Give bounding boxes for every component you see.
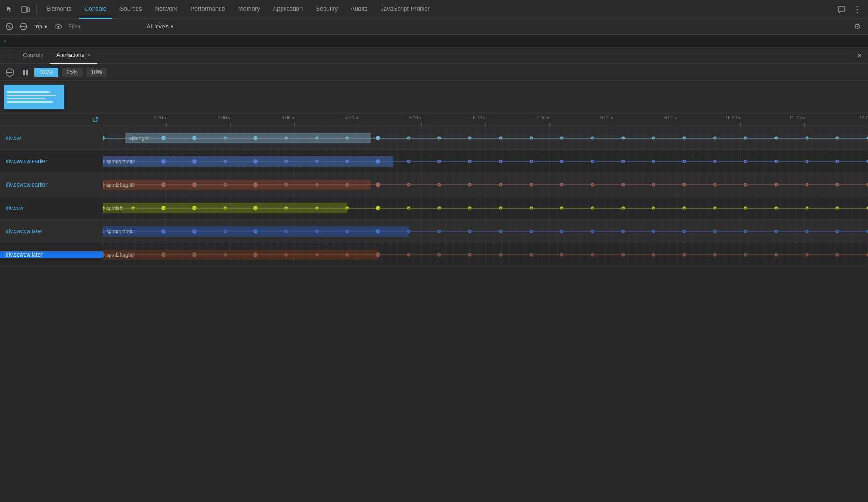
- keyframe-connector: [562, 161, 592, 162]
- keyframe-connector: [317, 231, 348, 232]
- keyframe-connector: [378, 208, 409, 209]
- console-settings-button[interactable]: ⚙: [850, 20, 864, 33]
- context-selector[interactable]: top ▾: [32, 22, 50, 31]
- animations-controls: 100% 25% 10%: [0, 64, 868, 81]
- animation-row[interactable]: div.cwccw.laterspinrightleft: [0, 220, 868, 243]
- keyframe-connector: [347, 208, 378, 209]
- replay-button[interactable]: [4, 66, 16, 78]
- animation-row[interactable]: div.cwspinright: [0, 126, 868, 150]
- filter-input[interactable]: [67, 22, 140, 31]
- keyframe-dot[interactable]: [867, 183, 868, 186]
- keyframe-connector: [715, 254, 746, 255]
- keyframe-connector: [837, 231, 868, 232]
- keyframe-dot[interactable]: [867, 253, 868, 256]
- svg-line-3: [7, 25, 11, 28]
- keyframe-connector: [501, 254, 531, 255]
- levels-label: All levels: [147, 23, 169, 30]
- stop-recording-button[interactable]: [18, 21, 29, 32]
- panel-tab-animations[interactable]: Animations ✕: [50, 48, 97, 64]
- keyframe-connector: [501, 231, 531, 232]
- keyframe-connector: [255, 184, 286, 185]
- keyframe-connector: [684, 138, 715, 139]
- tab-js-profiler[interactable]: JavaScript Profiler: [375, 0, 435, 19]
- more-panels-button[interactable]: ⋯: [2, 51, 16, 60]
- keyframe-connector: [439, 208, 470, 209]
- close-panel-button[interactable]: ✕: [853, 51, 866, 60]
- tab-performance[interactable]: Performance: [185, 0, 230, 19]
- keyframe-connector: [194, 184, 225, 185]
- keyframe-connector: [684, 184, 715, 185]
- clear-console-button[interactable]: [4, 21, 15, 32]
- close-animations-tab-button[interactable]: ✕: [87, 52, 91, 58]
- log-levels-button[interactable]: All levels ▾: [143, 22, 177, 31]
- tab-memory[interactable]: Memory: [233, 0, 266, 19]
- keyframe-connector: [592, 231, 623, 232]
- pause-button[interactable]: [20, 67, 31, 78]
- keyframe-connector: [501, 161, 531, 162]
- keyframe-dot[interactable]: [867, 136, 868, 139]
- clear-icon: [6, 23, 13, 30]
- preserve-log-button[interactable]: [53, 21, 64, 32]
- keyframe-dot[interactable]: [867, 230, 868, 233]
- keyframe-connector: [225, 138, 256, 139]
- keyframe-connector: [807, 161, 838, 162]
- tab-audits[interactable]: Audits: [345, 0, 373, 19]
- inspect-element-button[interactable]: [4, 4, 17, 15]
- tab-network[interactable]: Network: [150, 0, 183, 19]
- keyframe-connector: [470, 161, 501, 162]
- device-toggle-button[interactable]: [19, 4, 33, 15]
- keyframe-connector: [286, 254, 317, 255]
- devtools-tab-bar: Elements Console Sources Network Perform…: [0, 0, 868, 19]
- animation-row[interactable]: div.ccwspinleft: [0, 196, 868, 220]
- keyframe-connector: [225, 184, 256, 185]
- tab-sources[interactable]: Sources: [114, 0, 148, 19]
- toolbar-divider: [36, 5, 37, 14]
- keyframe-dot[interactable]: [867, 206, 868, 209]
- playhead-button[interactable]: ↺: [92, 115, 99, 125]
- keyframe-connector: [501, 138, 531, 139]
- ruler-track[interactable]: 01.00 s2.00 s3.00 s4.00 s5.00 s6.00 s7.0…: [103, 113, 868, 126]
- row-track: spinrightleft: [103, 150, 868, 173]
- keyframe-connector: [439, 254, 470, 255]
- keyframe-connector: [194, 161, 225, 162]
- keyframe-connector: [837, 184, 868, 185]
- keyframe-connector: [715, 138, 746, 139]
- keyframe-connector: [133, 138, 164, 139]
- animation-row[interactable]: div.cwccw.earlierspinrightleft: [0, 150, 868, 173]
- keyframe-connector: [103, 138, 133, 139]
- keyframe-connector: [562, 231, 592, 232]
- keyframe-connector: [745, 231, 776, 232]
- keyframe-connector: [654, 208, 684, 209]
- time-ruler[interactable]: ↺ 01.00 s2.00 s3.00 s4.00 s5.00 s6.00 s7…: [0, 113, 868, 126]
- keyframe-connector: [623, 208, 654, 209]
- keyframe-connector: [255, 208, 286, 209]
- more-tools-button[interactable]: ⋮: [850, 2, 864, 16]
- animation-row[interactable]: div.ccwcw.laterspinleftright: [0, 243, 868, 266]
- animation-preview-thumbnail: [4, 85, 64, 109]
- preview-line-3: [7, 98, 45, 99]
- keyframe-connector: [194, 208, 225, 209]
- tab-application[interactable]: Application: [268, 0, 309, 19]
- feedback-button[interactable]: [834, 4, 848, 15]
- keyframe-connector: [715, 184, 746, 185]
- keyframe-connector: [194, 231, 225, 232]
- tab-security[interactable]: Security: [310, 0, 343, 19]
- speed-10-button[interactable]: 10%: [86, 68, 107, 77]
- tab-elements[interactable]: Elements: [41, 0, 77, 19]
- keyframe-connector: [225, 208, 256, 209]
- keyframe-connector: [592, 138, 623, 139]
- speed-100-button[interactable]: 100%: [34, 68, 58, 77]
- keyframe-connector: [807, 184, 838, 185]
- keyframe-connector: [164, 231, 194, 232]
- keyframe-connector: [623, 254, 654, 255]
- animation-row[interactable]: div.ccwcw.earlierspinleftright: [0, 173, 868, 196]
- keyframe-dot[interactable]: [867, 160, 868, 163]
- keyframe-connector: [807, 254, 838, 255]
- speed-25-button[interactable]: 25%: [62, 68, 83, 77]
- tab-console[interactable]: Console: [79, 0, 112, 19]
- keyframe-connector: [623, 138, 654, 139]
- keyframe-connector: [286, 161, 317, 162]
- preview-line-1: [7, 91, 50, 93]
- keyframe-connector: [776, 254, 807, 255]
- panel-tab-console[interactable]: Console: [16, 48, 50, 64]
